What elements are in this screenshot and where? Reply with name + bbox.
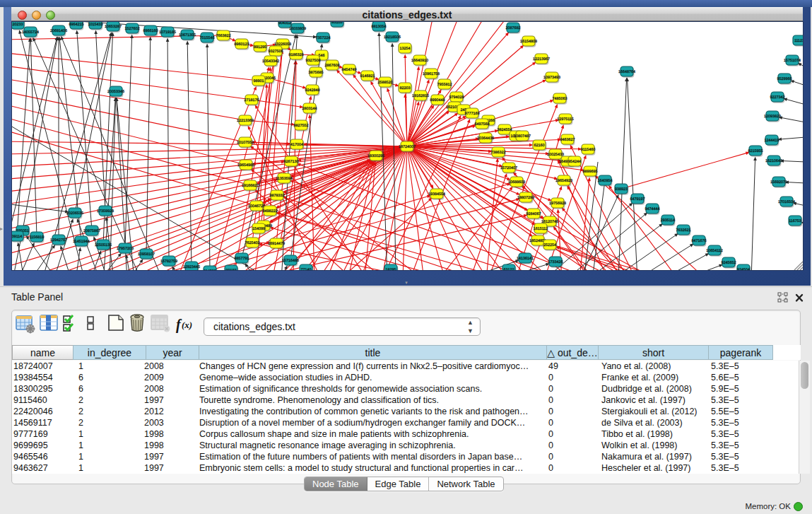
- svg-text:8215955: 8215955: [748, 149, 763, 153]
- svg-text:12505135: 12505135: [95, 243, 112, 247]
- svg-text:8878332: 8878332: [270, 194, 285, 198]
- svg-text:20206535: 20206535: [66, 211, 83, 216]
- svg-text:1527602: 1527602: [125, 27, 140, 31]
- svg-text:2935114: 2935114: [661, 218, 676, 223]
- svg-text:16914479: 16914479: [268, 242, 285, 246]
- svg-text:891295: 891295: [254, 45, 266, 49]
- svg-text:19166827: 19166827: [242, 184, 259, 188]
- svg-text:18300295: 18300295: [367, 154, 384, 158]
- svg-text:10653287: 10653287: [105, 25, 122, 29]
- svg-text:6966160: 6966160: [143, 29, 158, 33]
- svg-text:10958107: 10958107: [138, 252, 155, 257]
- svg-text:98901: 98901: [254, 79, 264, 83]
- svg-text:15720407: 15720407: [500, 166, 517, 170]
- svg-text:14136141: 14136141: [517, 257, 534, 261]
- svg-text:19654923: 19654923: [555, 179, 572, 183]
- svg-text:20691406: 20691406: [50, 29, 67, 33]
- svg-text:18295: 18295: [386, 268, 396, 270]
- svg-text:20975867: 20975867: [83, 229, 100, 233]
- svg-text:7357224: 7357224: [316, 36, 331, 40]
- svg-text:16210643: 16210643: [765, 159, 782, 163]
- svg-text:252254: 252254: [543, 243, 556, 247]
- svg-text:9474444: 9474444: [645, 207, 660, 211]
- svg-text:18724007: 18724007: [399, 145, 416, 149]
- svg-text:2087682: 2087682: [506, 26, 521, 30]
- svg-text:8813054: 8813054: [372, 25, 387, 29]
- svg-text:10107552: 10107552: [237, 141, 254, 145]
- svg-text:10719185: 10719185: [159, 30, 176, 35]
- svg-text:10973493: 10973493: [543, 76, 560, 80]
- svg-text:2803144: 2803144: [302, 107, 317, 111]
- svg-text:20233: 20233: [13, 23, 23, 27]
- svg-text:417004: 417004: [290, 143, 303, 147]
- svg-text:7955812: 7955812: [437, 83, 452, 87]
- svg-text:938923: 938923: [615, 187, 628, 192]
- svg-text:12923445: 12923445: [183, 265, 200, 269]
- svg-text:(x): (x): [182, 320, 192, 330]
- svg-text:114532: 114532: [204, 269, 216, 270]
- svg-text:12213967: 12213967: [533, 57, 550, 62]
- svg-text:10543342: 10543342: [262, 59, 279, 64]
- svg-text:7386322: 7386322: [491, 151, 506, 155]
- svg-text:954244: 954244: [568, 160, 581, 164]
- svg-text:19756928: 19756928: [549, 201, 566, 206]
- svg-text:8267130: 8267130: [284, 160, 299, 164]
- svg-text:12093823: 12093823: [764, 115, 781, 119]
- svg-text:3824554: 3824554: [498, 128, 512, 132]
- svg-text:7485063: 7485063: [553, 97, 567, 101]
- svg-text:9463627: 9463627: [560, 138, 575, 142]
- svg-text:16782759: 16782759: [160, 259, 177, 264]
- svg-text:10046726: 10046726: [248, 204, 265, 209]
- svg-text:9529966: 9529966: [777, 77, 792, 81]
- svg-text:7632621: 7632621: [676, 228, 691, 233]
- svg-text:154099: 154099: [252, 227, 265, 231]
- svg-text:9498222: 9498222: [263, 209, 278, 214]
- svg-text:77140: 77140: [301, 268, 312, 270]
- svg-text:1615112: 1615112: [534, 227, 548, 231]
- svg-text:8827552: 8827552: [294, 124, 309, 128]
- svg-text:20053346: 20053346: [107, 90, 124, 94]
- svg-text:11353594: 11353594: [276, 177, 293, 181]
- svg-text:9794028: 9794028: [449, 95, 464, 100]
- svg-text:924504: 924504: [737, 268, 750, 270]
- svg-text:17957203: 17957203: [117, 247, 134, 251]
- svg-text:1015433: 1015433: [88, 23, 103, 27]
- svg-text:9242848: 9242848: [305, 88, 320, 93]
- svg-text:10807487: 10807487: [514, 134, 531, 139]
- svg-text:19654985: 19654985: [237, 163, 254, 168]
- svg-text:16648764: 16648764: [618, 70, 635, 74]
- svg-text:12942757: 12942757: [50, 238, 67, 243]
- svg-text:7663822: 7663822: [216, 34, 231, 38]
- svg-text:20364436: 20364436: [477, 136, 494, 141]
- svg-text:2867608: 2867608: [325, 64, 340, 68]
- svg-text:1244419: 1244419: [765, 139, 779, 143]
- svg-text:11123: 11123: [794, 39, 803, 43]
- svg-text:15751074: 15751074: [784, 59, 801, 63]
- svg-text:10025433: 10025433: [547, 153, 564, 157]
- svg-text:1156819: 1156819: [30, 235, 45, 240]
- svg-text:10671355: 10671355: [179, 33, 196, 37]
- svg-text:10688609: 10688609: [508, 180, 525, 185]
- svg-text:14055724: 14055724: [22, 30, 39, 35]
- svg-text:6479197: 6479197: [630, 197, 645, 201]
- svg-text:116753: 116753: [789, 219, 801, 223]
- svg-text:3875685: 3875685: [309, 71, 324, 75]
- svg-text:18807299: 18807299: [517, 196, 534, 200]
- svg-text:9899695: 9899695: [583, 170, 598, 174]
- svg-text:1733426: 1733426: [548, 260, 563, 264]
- svg-text:1640954: 1640954: [598, 179, 613, 183]
- svg-text:9227342: 9227342: [770, 95, 785, 100]
- svg-text:6497568: 6497568: [475, 122, 490, 127]
- svg-text:9284067: 9284067: [526, 212, 541, 216]
- svg-text:2588520: 2588520: [378, 81, 393, 85]
- svg-text:15716485: 15716485: [282, 259, 299, 263]
- svg-text:8454749: 8454749: [342, 68, 357, 72]
- svg-text:19162815: 19162815: [412, 94, 429, 98]
- svg-text:7625402: 7625402: [245, 241, 260, 245]
- svg-text:82203: 82203: [400, 86, 411, 90]
- svg-text:16640910: 16640910: [411, 59, 428, 63]
- svg-text:8964215: 8964215: [69, 23, 84, 27]
- svg-text:904312: 904312: [278, 22, 291, 25]
- svg-text:83105: 83105: [332, 22, 343, 25]
- svg-text:17016504: 17016504: [778, 200, 795, 204]
